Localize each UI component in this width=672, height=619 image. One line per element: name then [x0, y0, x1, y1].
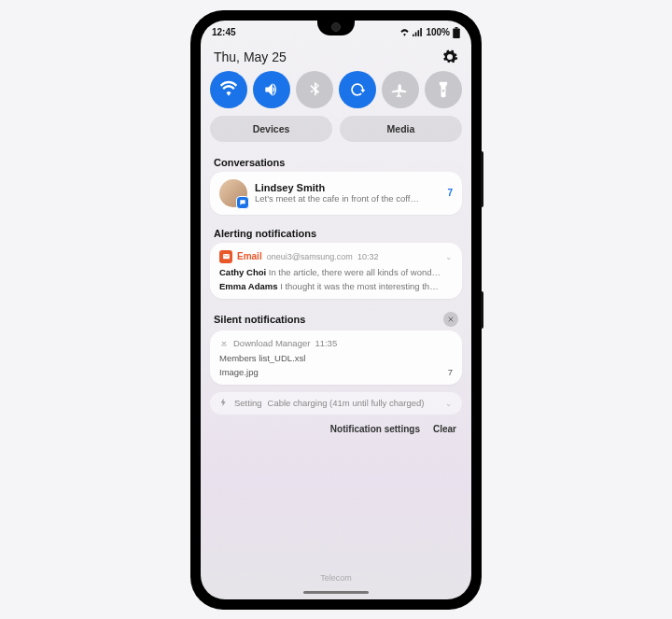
toggle-rotate[interactable]	[339, 71, 376, 108]
notification-settings-button[interactable]: Notification settings	[330, 424, 420, 434]
devices-button[interactable]: Devices	[210, 116, 332, 142]
battery-percent: 100%	[426, 27, 450, 37]
status-time: 12:45	[212, 27, 236, 37]
settings-gear-button[interactable]	[441, 49, 458, 65]
download-header: Download Manager 11:35	[219, 338, 453, 349]
svg-rect-2	[418, 30, 420, 36]
svg-rect-3	[421, 28, 423, 36]
email-time: 10:32	[357, 252, 379, 261]
conversation-notification[interactable]: Lindsey Smith Let's meet at the cafe in …	[210, 172, 462, 215]
svg-rect-4	[455, 27, 458, 29]
email-preview-0: In the article, there were all kinds of …	[269, 267, 441, 277]
section-title-silent-row: Silent notifications	[201, 306, 471, 331]
toggle-wifi[interactable]	[210, 71, 247, 108]
email-notification[interactable]: Email oneui3@samsung.com 10:32 ⌄ Cathy C…	[210, 243, 462, 299]
email-row-1: Emma Adams I thought it was the most int…	[219, 281, 453, 291]
media-button[interactable]: Media	[340, 116, 462, 142]
download-file-0: Members list_UDL.xsl	[219, 353, 453, 363]
carrier-label: Telecom	[201, 573, 471, 583]
email-sender-1: Emma Adams	[219, 281, 277, 291]
close-silent-button[interactable]	[443, 312, 458, 327]
close-icon	[447, 316, 455, 323]
download-file-name-1: Image.jpg	[219, 367, 259, 377]
toggle-sound[interactable]	[253, 71, 290, 108]
email-sender-0: Cathy Choi	[219, 267, 266, 277]
email-icon	[219, 250, 232, 263]
qs-toggles	[201, 71, 471, 116]
flashlight-icon	[434, 80, 453, 99]
download-app-label: Download Manager	[233, 338, 310, 348]
download-file-name-0: Members list_UDL.xsl	[219, 353, 305, 363]
download-time: 11:35	[315, 338, 337, 348]
signal-icon	[413, 28, 423, 36]
setting-text: Cable charging (41m until fully charged)	[268, 398, 425, 408]
bluetooth-icon	[305, 80, 324, 99]
conversation-count: 7	[441, 188, 453, 198]
download-icon	[219, 338, 229, 349]
conversation-preview: Let's meet at the cafe in front of the c…	[255, 193, 434, 204]
side-button-2	[481, 291, 483, 329]
toggle-flashlight[interactable]	[425, 71, 462, 108]
wifi-icon	[219, 80, 238, 99]
section-title-conversations: Conversations	[201, 151, 471, 172]
chevron-down-icon[interactable]: ⌄	[445, 399, 453, 408]
messages-app-badge	[236, 196, 249, 209]
clear-button[interactable]: Clear	[433, 424, 456, 434]
status-right: 100%	[399, 27, 460, 38]
download-file-1: Image.jpg 7	[219, 367, 453, 377]
email-header: Email oneui3@samsung.com 10:32 ⌄	[219, 250, 453, 263]
setting-app-label: Setting	[234, 398, 262, 408]
conversation-body: Lindsey Smith Let's meet at the cafe in …	[255, 182, 434, 204]
section-title-alerting: Alerting notifications	[201, 222, 471, 243]
airplane-icon	[391, 80, 410, 99]
chevron-down-icon[interactable]: ⌄	[445, 252, 453, 261]
bolt-icon	[219, 398, 229, 409]
date-label: Thu, May 25	[214, 49, 287, 64]
svg-rect-5	[453, 28, 460, 38]
chat-icon	[239, 199, 246, 206]
wifi-icon	[399, 28, 410, 36]
footer-actions: Notification settings Clear	[201, 420, 471, 442]
download-file-count-1: 7	[448, 367, 453, 377]
avatar	[219, 179, 247, 207]
speaker-icon	[262, 80, 281, 99]
toggle-bluetooth[interactable]	[296, 71, 333, 108]
gear-icon	[441, 49, 458, 65]
section-title-silent: Silent notifications	[214, 314, 305, 325]
battery-icon	[453, 27, 460, 38]
email-address: oneui3@samsung.com	[267, 252, 353, 261]
nav-handle[interactable]	[303, 591, 369, 594]
qs-header: Thu, May 25	[201, 41, 471, 71]
email-preview-1: I thought it was the most interesting th…	[280, 281, 439, 291]
svg-rect-1	[415, 33, 417, 36]
qs-buttons: Devices Media	[201, 116, 471, 151]
conversation-sender: Lindsey Smith	[255, 182, 434, 193]
charging-notification[interactable]: Setting Cable charging (41m until fully …	[210, 392, 462, 415]
email-app-label: Email	[237, 251, 262, 261]
phone-frame: 12:45 100% Thu, May 25	[191, 11, 481, 609]
toggle-airplane[interactable]	[382, 71, 419, 108]
svg-rect-0	[413, 35, 414, 36]
rotate-icon	[348, 80, 367, 99]
download-notification[interactable]: Download Manager 11:35 Members list_UDL.…	[210, 331, 462, 385]
side-button	[481, 151, 483, 207]
screen: 12:45 100% Thu, May 25	[201, 21, 471, 599]
email-row-0: Cathy Choi In the article, there were al…	[219, 267, 453, 277]
